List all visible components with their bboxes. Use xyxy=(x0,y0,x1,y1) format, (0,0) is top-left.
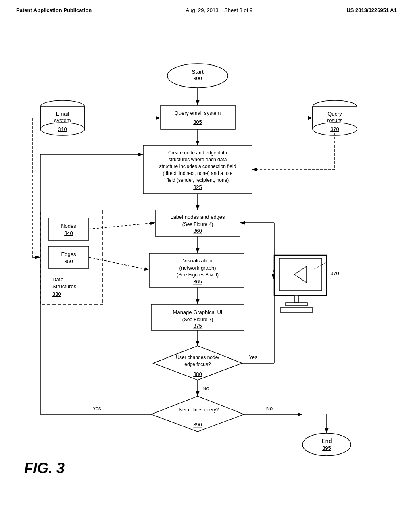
svg-text:Email: Email xyxy=(56,111,69,117)
svg-text:(See Figure 4): (See Figure 4) xyxy=(182,222,213,227)
svg-point-99 xyxy=(302,433,351,456)
svg-text:field (sender, recipient, none: field (sender, recipient, none) xyxy=(167,177,229,183)
svg-text:380: 380 xyxy=(193,371,202,377)
svg-text:Visualization: Visualization xyxy=(183,258,213,264)
svg-text:(See Figures 8 & 9): (See Figures 8 & 9) xyxy=(177,272,219,278)
svg-rect-46 xyxy=(48,246,89,268)
svg-text:350: 350 xyxy=(64,258,73,264)
svg-text:Manage Graphical UI: Manage Graphical UI xyxy=(173,309,223,315)
svg-text:Edges: Edges xyxy=(61,251,76,257)
svg-rect-43 xyxy=(48,218,89,240)
header-left: Patent Application Publication xyxy=(16,7,92,13)
svg-rect-66 xyxy=(294,295,298,303)
svg-text:Create node and edge data: Create node and edge data xyxy=(168,150,227,156)
svg-text:Start: Start xyxy=(192,69,204,75)
svg-text:365: 365 xyxy=(193,278,202,285)
svg-text:(network graph): (network graph) xyxy=(179,265,216,271)
svg-text:structure includes a connectio: structure includes a connection field xyxy=(159,164,236,169)
svg-rect-67 xyxy=(286,303,307,306)
svg-text:structures where each data: structures where each data xyxy=(169,157,227,162)
diagram-area: Start 300 Email system 310 Query results… xyxy=(0,17,413,501)
svg-text:340: 340 xyxy=(64,230,73,236)
svg-text:User changes node/: User changes node/ xyxy=(176,355,219,360)
svg-text:system: system xyxy=(54,117,71,123)
svg-text:User refines query?: User refines query? xyxy=(177,407,219,413)
svg-rect-22 xyxy=(161,105,235,129)
svg-text:310: 310 xyxy=(58,126,67,132)
svg-text:Data: Data xyxy=(52,276,64,283)
svg-text:370: 370 xyxy=(330,270,339,276)
svg-text:Yes: Yes xyxy=(92,405,101,411)
svg-text:No: No xyxy=(202,385,209,391)
svg-text:330: 330 xyxy=(52,291,61,297)
svg-text:Query: Query xyxy=(327,111,342,117)
svg-text:Structures: Structures xyxy=(52,283,77,289)
svg-rect-64 xyxy=(279,258,322,291)
svg-text:Query email system: Query email system xyxy=(175,110,221,116)
page-header: Patent Application Publication Aug. 29, … xyxy=(0,0,413,13)
header-right: US 2013/0226951 A1 xyxy=(346,7,397,13)
svg-text:Nodes: Nodes xyxy=(61,223,76,229)
flowchart-svg: Start 300 Email system 310 Query results… xyxy=(0,17,413,501)
svg-text:End: End xyxy=(322,438,332,444)
fig-label: FIG. 3 xyxy=(24,460,65,477)
svg-text:305: 305 xyxy=(193,119,202,125)
svg-text:375: 375 xyxy=(193,323,202,329)
svg-text:(direct, indirect, none) and a: (direct, indirect, none) and a role xyxy=(163,170,233,176)
svg-text:edge focus?: edge focus? xyxy=(184,362,211,367)
svg-text:Label nodes and edges: Label nodes and edges xyxy=(170,214,225,220)
svg-text:325: 325 xyxy=(193,184,202,190)
svg-text:300: 300 xyxy=(193,75,202,81)
svg-text:results: results xyxy=(327,117,343,123)
svg-text:Yes: Yes xyxy=(249,354,258,360)
svg-text:(See Figure 7): (See Figure 7) xyxy=(182,317,213,322)
svg-text:395: 395 xyxy=(322,445,331,451)
header-center: Aug. 29, 2013 Sheet 3 of 9 xyxy=(186,7,253,13)
svg-text:390: 390 xyxy=(193,422,202,428)
svg-text:No: No xyxy=(266,405,273,411)
svg-text:360: 360 xyxy=(193,228,202,234)
